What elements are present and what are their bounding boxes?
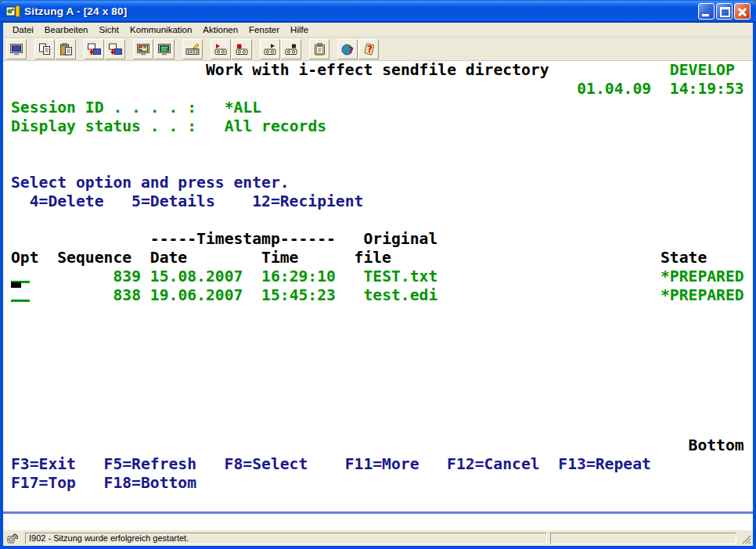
paste-icon bbox=[59, 43, 73, 56]
display-colors-icon bbox=[136, 43, 150, 56]
terminal-text-segment: 14:19:53 bbox=[670, 80, 744, 99]
window-frame: DateiBearbeitenSichtKommunikationAktione… bbox=[0, 23, 756, 549]
copy-icon bbox=[38, 43, 52, 56]
terminal-text-segment: F3=Exit F5=Refresh F8=Select F11=More F1… bbox=[11, 455, 651, 474]
status-message-panel: I902 - Sitzung wurde erfolgreich gestart… bbox=[25, 533, 547, 544]
macro-record-icon bbox=[235, 43, 249, 56]
display-colors-button[interactable] bbox=[133, 39, 153, 59]
help-button[interactable]: ? bbox=[358, 39, 379, 59]
terminal-text-segment: 839 15.08.2007 16:29:10 TEST.txt bbox=[113, 267, 437, 286]
terminal-text-segment: Work with i-effect sendfile directory bbox=[206, 61, 549, 80]
text-cursor bbox=[11, 282, 21, 288]
web-help-icon: ? bbox=[341, 43, 355, 56]
terminal-screen[interactable]: Work with i-effect sendfile directoryDEV… bbox=[3, 61, 753, 511]
terminal-text-segment: State bbox=[661, 249, 707, 267]
new-session-icon bbox=[9, 43, 23, 56]
terminal-text-segment: F17=Top F18=Bottom bbox=[11, 474, 196, 493]
terminal-text-segment: All records bbox=[225, 117, 326, 136]
copy-button[interactable] bbox=[34, 39, 55, 59]
receive-file-button[interactable] bbox=[105, 39, 125, 59]
opt-input-field[interactable] bbox=[11, 300, 30, 302]
help-icon: ? bbox=[362, 43, 376, 56]
terminal-text-segment: *PREPARED bbox=[661, 267, 744, 286]
terminal-text-segment: 4=Delete 5=Details 12=Recipient bbox=[30, 192, 364, 211]
svg-text:?: ? bbox=[367, 44, 373, 55]
app-icon bbox=[5, 4, 21, 20]
tape-stop-icon bbox=[284, 43, 298, 56]
resize-grip[interactable] bbox=[740, 533, 751, 544]
clipboard-button[interactable] bbox=[309, 39, 329, 59]
terminal-text-segment: Display status . . : bbox=[11, 117, 196, 136]
menu-item-sicht[interactable]: Sicht bbox=[93, 23, 124, 36]
terminal-text-segment: -----Timestamp------ Original bbox=[150, 230, 437, 249]
menu-item-aktionen[interactable]: Aktionen bbox=[197, 23, 243, 36]
menu-item-bearbeiten[interactable]: Bearbeiten bbox=[39, 23, 94, 36]
status-panel-secondary bbox=[550, 533, 736, 544]
send-file-icon bbox=[87, 43, 101, 56]
keyboard-setup-button[interactable] bbox=[182, 39, 203, 59]
display-session-icon bbox=[157, 43, 171, 56]
menu-item-datei[interactable]: Datei bbox=[7, 23, 39, 36]
close-button[interactable] bbox=[734, 3, 751, 20]
tape-play-button[interactable] bbox=[260, 39, 280, 59]
macro-record-button[interactable] bbox=[232, 39, 252, 59]
macro-play-button[interactable] bbox=[211, 39, 231, 59]
title-bar[interactable]: Sitzung A - [24 x 80] bbox=[0, 0, 756, 23]
terminal-text-segment: Bottom bbox=[689, 436, 744, 455]
status-bar: I902 - Sitzung wurde erfolgreich gestart… bbox=[3, 530, 753, 546]
maximize-button[interactable] bbox=[716, 3, 733, 20]
tape-stop-button[interactable] bbox=[281, 39, 301, 59]
terminal-text-segment: *ALL bbox=[225, 99, 261, 117]
status-message: I902 - Sitzung wurde erfolgreich gestart… bbox=[29, 533, 189, 543]
macro-play-icon bbox=[214, 43, 228, 56]
toolbar: ? ? bbox=[3, 38, 753, 61]
terminal-text-segment: Opt Sequence Date Time file bbox=[11, 249, 391, 267]
paste-button[interactable] bbox=[56, 39, 76, 59]
send-file-button[interactable] bbox=[84, 39, 104, 59]
clipboard-icon bbox=[313, 43, 326, 56]
terminal-text-segment: 838 19.06.2007 15:45:23 test.edi bbox=[113, 286, 437, 305]
terminal-text-segment: *PREPARED bbox=[661, 286, 744, 305]
display-session-button[interactable] bbox=[154, 39, 175, 59]
svg-text:?: ? bbox=[348, 45, 353, 55]
terminal-text-segment: 01.04.09 bbox=[577, 80, 651, 99]
keyboard-setup-icon bbox=[185, 43, 200, 56]
application-window: Sitzung A - [24 x 80] DateiBearbeitenSic… bbox=[0, 0, 756, 549]
connection-status-icon bbox=[6, 532, 25, 544]
terminal-text-segment: Session ID . . . . : bbox=[11, 99, 196, 117]
oia-row bbox=[3, 514, 753, 530]
menu-item-fenster[interactable]: Fenster bbox=[243, 23, 285, 36]
window-controls bbox=[698, 3, 751, 20]
terminal-text-segment: Select option and press enter. bbox=[11, 174, 290, 192]
web-help-button[interactable]: ? bbox=[337, 39, 358, 59]
menu-item-kommunikation[interactable]: Kommunikation bbox=[124, 23, 197, 36]
minimize-button[interactable] bbox=[698, 3, 715, 20]
receive-file-icon bbox=[108, 43, 122, 56]
menu-bar: DateiBearbeitenSichtKommunikationAktione… bbox=[3, 23, 753, 38]
window-title: Sitzung A - [24 x 80] bbox=[24, 5, 698, 17]
menu-item-hilfe[interactable]: Hilfe bbox=[285, 23, 314, 36]
new-session-button[interactable] bbox=[6, 39, 27, 59]
terminal-text-segment: DEVELOP bbox=[670, 61, 735, 80]
tape-play-icon bbox=[263, 43, 277, 56]
